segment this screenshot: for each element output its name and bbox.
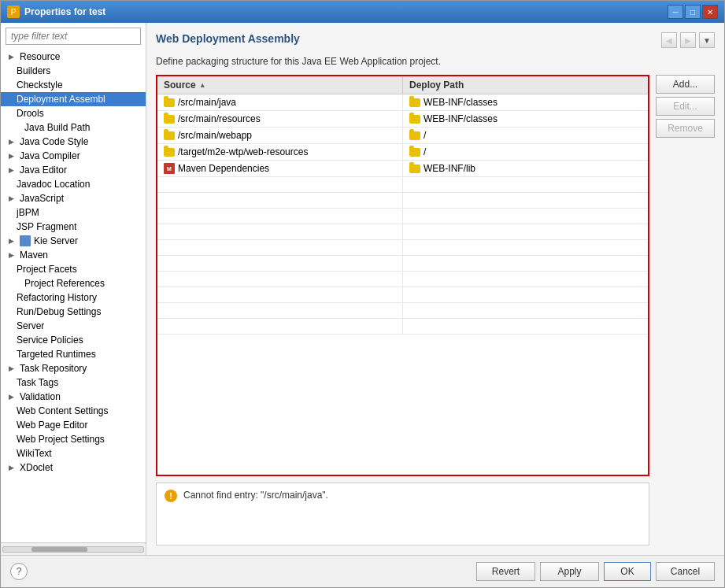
deploy-cell: / bbox=[403, 128, 648, 143]
main-description: Define packaging structure for this Java… bbox=[156, 56, 715, 67]
sidebar-item-task-repository[interactable]: ▶ Task Repository bbox=[1, 361, 146, 375]
sidebar-item-java-code-style[interactable]: ▶ Java Code Style bbox=[1, 135, 146, 149]
table-row-empty[interactable] bbox=[157, 319, 648, 335]
warning-icon: ! bbox=[165, 490, 177, 502]
sidebar-item-refactoring-history[interactable]: Refactoring History bbox=[1, 290, 146, 305]
sidebar-item-java-build-path[interactable]: Java Build Path bbox=[1, 120, 146, 135]
ok-button[interactable]: OK bbox=[604, 562, 651, 581]
arrow-icon: ▶ bbox=[9, 251, 17, 259]
sidebar-item-server[interactable]: Server bbox=[1, 319, 146, 333]
table-row[interactable]: M Maven Dependencies WEB-INF/lib bbox=[157, 161, 648, 177]
revert-button[interactable]: Revert bbox=[476, 562, 535, 581]
sidebar-item-label: Validation bbox=[20, 391, 61, 402]
empty-cell bbox=[157, 177, 403, 192]
empty-cell bbox=[403, 287, 648, 302]
sidebar-item-web-content-settings[interactable]: Web Content Settings bbox=[1, 404, 146, 418]
main-panel: Web Deployment Assembly ◀ ▶ ▼ Define pac… bbox=[146, 23, 724, 555]
table-row-empty[interactable] bbox=[157, 177, 648, 193]
sidebar-item-wikitext[interactable]: WikiText bbox=[1, 446, 146, 460]
table-row-empty[interactable] bbox=[157, 272, 648, 287]
deploy-value: / bbox=[424, 146, 426, 157]
sidebar-scrollbar[interactable] bbox=[1, 542, 146, 555]
sidebar-item-label: Task Repository bbox=[20, 363, 87, 374]
sidebar-item-javadoc-location[interactable]: Javadoc Location bbox=[1, 177, 146, 191]
sidebar-item-run-debug[interactable]: Run/Debug Settings bbox=[1, 305, 146, 319]
sidebar-item-label: JSP Fragment bbox=[17, 221, 76, 232]
sidebar-item-deployment-assembly[interactable]: Deployment Assembl bbox=[1, 92, 146, 106]
add-button[interactable]: Add... bbox=[656, 75, 715, 94]
sidebar-item-label: Maven bbox=[20, 250, 48, 261]
table-row[interactable]: /target/m2e-wtp/web-resources / bbox=[157, 144, 648, 161]
sidebar-item-project-facets[interactable]: Project Facets bbox=[1, 262, 146, 276]
minimize-button[interactable]: ─ bbox=[668, 5, 683, 19]
sidebar-item-kie-server[interactable]: ▶ Kie Server bbox=[1, 234, 146, 248]
scrollbar-track[interactable] bbox=[2, 546, 144, 553]
sidebar-item-task-tags[interactable]: Task Tags bbox=[1, 375, 146, 390]
table-row-empty[interactable] bbox=[157, 193, 648, 209]
back-button[interactable]: ◀ bbox=[661, 32, 677, 48]
sidebar-item-validation[interactable]: ▶ Validation bbox=[1, 390, 146, 404]
table-row-empty[interactable] bbox=[157, 209, 648, 224]
table-row-empty[interactable] bbox=[157, 240, 648, 256]
source-cell: /target/m2e-wtp/web-resources bbox=[157, 144, 403, 160]
cancel-button[interactable]: Cancel bbox=[656, 562, 715, 581]
sidebar-item-label: Resource bbox=[20, 51, 60, 62]
sidebar-item-drools[interactable]: Drools bbox=[1, 106, 146, 120]
sidebar-item-web-page-editor[interactable]: Web Page Editor bbox=[1, 418, 146, 432]
empty-cell bbox=[157, 319, 403, 334]
sidebar-item-builders[interactable]: Builders bbox=[1, 64, 146, 78]
sidebar-item-javascript[interactable]: ▶ JavaScript bbox=[1, 191, 146, 205]
filter-input[interactable] bbox=[6, 28, 141, 45]
sidebar-item-label: Java Editor bbox=[20, 165, 67, 176]
forward-button[interactable]: ▶ bbox=[680, 32, 696, 48]
sidebar-item-service-policies[interactable]: Service Policies bbox=[1, 333, 146, 347]
dropdown-button[interactable]: ▼ bbox=[699, 32, 715, 48]
table-row-empty[interactable] bbox=[157, 303, 648, 319]
sidebar-item-project-references[interactable]: Project References bbox=[1, 276, 146, 290]
table-row-empty[interactable] bbox=[157, 224, 648, 240]
sidebar-item-resource[interactable]: ▶ Resource bbox=[1, 50, 146, 64]
sidebar-item-xdoclet[interactable]: ▶ XDoclet bbox=[1, 460, 146, 475]
sidebar-item-jbpm[interactable]: jBPM bbox=[1, 205, 146, 220]
sidebar-item-maven[interactable]: ▶ Maven bbox=[1, 248, 146, 262]
deploy-header-label: Deploy Path bbox=[409, 80, 464, 91]
source-value: /src/main/resources bbox=[178, 113, 261, 124]
sidebar-item-web-project-settings[interactable]: Web Project Settings bbox=[1, 432, 146, 446]
table-row[interactable]: /src/main/java WEB-INF/classes bbox=[157, 94, 648, 111]
side-buttons: Add... Edit... Remove bbox=[656, 75, 715, 545]
arrow-icon: ▶ bbox=[9, 237, 17, 245]
arrow-icon: ▶ bbox=[9, 138, 17, 146]
deploy-cell: WEB-INF/classes bbox=[403, 94, 648, 110]
sidebar-item-java-editor[interactable]: ▶ Java Editor bbox=[1, 163, 146, 177]
sidebar-item-label: Targeted Runtimes bbox=[17, 349, 96, 360]
deploy-cell: WEB-INF/classes bbox=[403, 111, 648, 127]
table-row[interactable]: /src/main/resources WEB-INF/classes bbox=[157, 111, 648, 128]
table-row-empty[interactable] bbox=[157, 287, 648, 303]
empty-cell bbox=[403, 193, 648, 208]
table-row[interactable]: /src/main/webapp / bbox=[157, 128, 648, 144]
sidebar-item-label: Refactoring History bbox=[17, 292, 97, 303]
remove-button[interactable]: Remove bbox=[656, 119, 715, 138]
deploy-value: WEB-INF/classes bbox=[424, 97, 498, 108]
close-button[interactable]: ✕ bbox=[702, 5, 718, 19]
sidebar-item-java-compiler[interactable]: ▶ Java Compiler bbox=[1, 149, 146, 163]
table-row-empty[interactable] bbox=[157, 256, 648, 272]
sidebar-item-jsp-fragment[interactable]: JSP Fragment bbox=[1, 220, 146, 234]
sidebar-item-targeted-runtimes[interactable]: Targeted Runtimes bbox=[1, 347, 146, 361]
sidebar-item-label: jBPM bbox=[17, 207, 39, 218]
empty-cell bbox=[157, 224, 403, 239]
maximize-button[interactable]: □ bbox=[685, 5, 701, 19]
arrow-icon: ▶ bbox=[9, 364, 17, 372]
sidebar-item-label: Kie Server bbox=[34, 235, 78, 246]
arrow-icon: ▶ bbox=[9, 194, 17, 202]
maven-icon: M bbox=[164, 163, 175, 174]
empty-cell bbox=[157, 303, 403, 318]
deploy-value: WEB-INF/lib bbox=[424, 163, 475, 174]
folder-icon bbox=[409, 148, 420, 157]
sidebar-item-checkstyle[interactable]: Checkstyle bbox=[1, 78, 146, 92]
help-button[interactable]: ? bbox=[10, 563, 28, 580]
empty-cell bbox=[403, 256, 648, 271]
deploy-cell: WEB-INF/lib bbox=[403, 161, 648, 176]
apply-button[interactable]: Apply bbox=[540, 562, 599, 581]
edit-button[interactable]: Edit... bbox=[656, 97, 715, 116]
